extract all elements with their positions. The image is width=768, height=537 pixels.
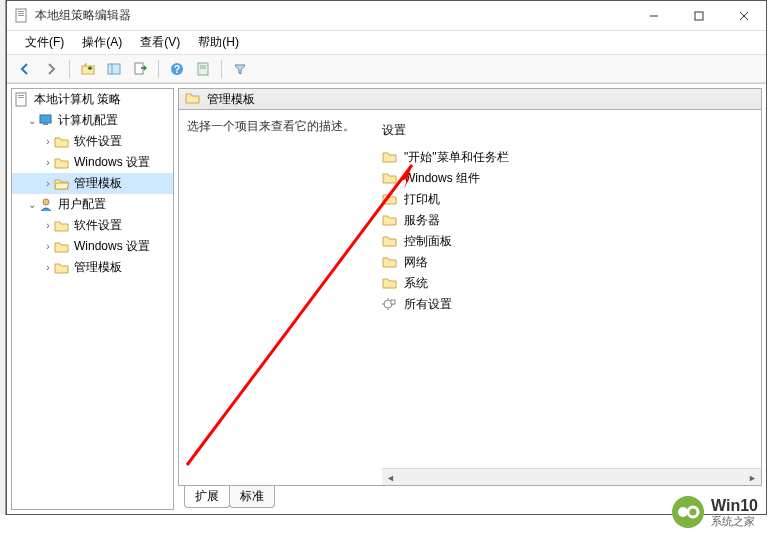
folder-icon [382,192,398,208]
app-icon [15,8,29,24]
scroll-left-arrow[interactable]: ◄ [382,469,399,486]
policy-icon [14,92,30,108]
settings-item-server[interactable]: 服务器 [382,210,753,231]
folder-icon [54,239,70,255]
folder-icon [382,171,398,187]
tree-uc-templates[interactable]: › 管理模板 [12,257,173,278]
svg-rect-14 [198,63,208,75]
help-button[interactable]: ? [165,58,189,80]
folder-icon [54,155,70,171]
titlebar: 本地组策略编辑器 [7,1,766,31]
settings-item-start-menu[interactable]: "开始"菜单和任务栏 [382,147,753,168]
close-button[interactable] [721,1,766,31]
settings-icon [382,297,398,313]
folder-icon [382,255,398,271]
settings-header[interactable]: 设置 [382,118,753,143]
menu-action[interactable]: 操作(A) [74,32,130,53]
tree-uc-windows-label: Windows 设置 [74,238,150,255]
tree-user-config[interactable]: ⌄ 用户配置 [12,194,173,215]
folder-icon [382,234,398,250]
tree-toggle[interactable]: › [42,262,54,273]
settings-item-label: Windows 组件 [404,170,480,187]
computer-icon [38,113,54,129]
tree-cc-software-label: 软件设置 [74,133,122,150]
properties-button[interactable] [191,58,215,80]
tree-cc-templates[interactable]: › 管理模板 [12,173,173,194]
tree-cc-templates-label: 管理模板 [74,175,122,192]
settings-item-control-panel[interactable]: 控制面板 [382,231,753,252]
watermark-bottom: 系统之家 [711,515,758,528]
tab-extended[interactable]: 扩展 [184,486,230,508]
tree-panel[interactable]: 本地计算机 策略 ⌄ 计算机配置 › 软件设置 › Windows 设置 › 管… [11,88,174,510]
svg-rect-1 [18,11,24,12]
folder-icon [54,134,70,150]
tree-toggle[interactable]: › [42,220,54,231]
settings-item-system[interactable]: 系统 [382,273,753,294]
svg-rect-17 [16,93,26,106]
maximize-button[interactable] [676,1,721,31]
tree-uc-software[interactable]: › 软件设置 [12,215,173,236]
menu-help[interactable]: 帮助(H) [190,32,247,53]
settings-item-label: 服务器 [404,212,440,229]
svg-rect-19 [18,97,24,98]
tree-cc-software[interactable]: › 软件设置 [12,131,173,152]
svg-rect-2 [18,13,24,14]
filter-button[interactable] [228,58,252,80]
menubar: 文件(F) 操作(A) 查看(V) 帮助(H) [7,31,766,55]
breadcrumb-label: 管理模板 [207,91,255,108]
settings-item-all-settings[interactable]: 所有设置 [382,294,753,315]
window-title: 本地组策略编辑器 [35,7,631,24]
settings-item-label: 系统 [404,275,428,292]
minimize-button[interactable] [631,1,676,31]
tree-toggle[interactable]: › [42,241,54,252]
menu-file[interactable]: 文件(F) [17,32,72,53]
tree-toggle[interactable]: ⌄ [26,199,38,210]
tree-cc-label: 计算机配置 [58,112,118,129]
settings-item-label: 控制面板 [404,233,452,250]
svg-rect-18 [18,95,24,96]
scroll-right-arrow[interactable]: ► [744,469,761,486]
scroll-track[interactable] [399,469,744,485]
description-text: 选择一个项目来查看它的描述。 [187,118,372,135]
folder-icon [382,213,398,229]
user-icon [38,197,54,213]
folder-icon [185,91,201,107]
main-window: 本地组策略编辑器 文件(F) 操作(A) 查看(V) 帮助(H) ? 本地计算机… [6,0,767,515]
export-button[interactable] [128,58,152,80]
watermark: Win10 系统之家 [671,495,758,529]
svg-rect-24 [391,300,395,304]
tree-toggle[interactable]: › [42,157,54,168]
settings-list: "开始"菜单和任务栏 Windows 组件 打印机 服务器 控制面板 网络 系统… [382,147,753,315]
horizontal-scrollbar[interactable]: ◄ ► [382,468,761,485]
tree-toggle[interactable]: › [42,136,54,147]
settings-item-label: 打印机 [404,191,440,208]
settings-item-windows-components[interactable]: Windows 组件 [382,168,753,189]
folder-icon [54,218,70,234]
svg-rect-20 [40,115,51,123]
up-button[interactable] [76,58,100,80]
tree-root[interactable]: 本地计算机 策略 [12,89,173,110]
tree-computer-config[interactable]: ⌄ 计算机配置 [12,110,173,131]
svg-rect-8 [82,66,94,74]
tree-cc-windows[interactable]: › Windows 设置 [12,152,173,173]
svg-rect-5 [695,12,703,20]
svg-rect-9 [108,64,120,74]
folder-open-icon [54,176,70,192]
watermark-logo [671,495,705,529]
folder-icon [382,150,398,166]
tree-toggle[interactable]: › [42,178,54,189]
settings-item-label: 网络 [404,254,428,271]
settings-item-network[interactable]: 网络 [382,252,753,273]
forward-button[interactable] [39,58,63,80]
menu-view[interactable]: 查看(V) [132,32,188,53]
watermark-top: Win10 [711,496,758,515]
tree-uc-windows[interactable]: › Windows 设置 [12,236,173,257]
breadcrumb: 管理模板 [178,88,762,110]
toolbar: ? [7,55,766,83]
show-hide-tree-button[interactable] [102,58,126,80]
tree-uc-software-label: 软件设置 [74,217,122,234]
tree-toggle[interactable]: ⌄ [26,115,38,126]
tab-standard[interactable]: 标准 [229,486,275,508]
settings-item-printer[interactable]: 打印机 [382,189,753,210]
back-button[interactable] [13,58,37,80]
